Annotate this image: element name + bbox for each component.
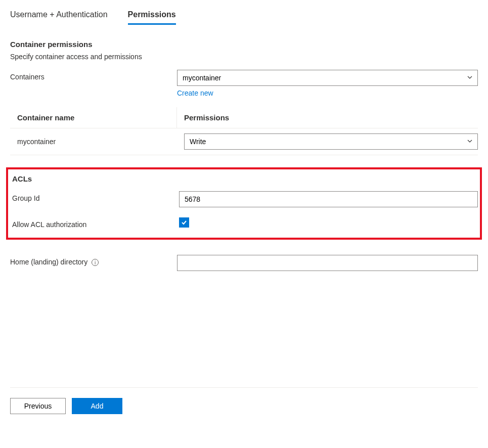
table-cell-name: mycontainer xyxy=(10,138,177,146)
previous-button[interactable]: Previous xyxy=(10,398,66,414)
container-permissions-title: Container permissions xyxy=(10,40,478,49)
containers-select[interactable] xyxy=(177,70,478,86)
allow-acl-row: Allow ACL authorization xyxy=(10,217,478,229)
containers-row: Containers Create new xyxy=(10,70,478,97)
group-id-label: Group Id xyxy=(12,191,179,202)
allow-acl-checkbox[interactable] xyxy=(179,217,189,228)
table-header-permissions: Permissions xyxy=(177,107,478,128)
create-new-link[interactable]: Create new xyxy=(177,89,213,97)
home-directory-label: Home (landing) directory i xyxy=(10,255,177,266)
permission-select[interactable] xyxy=(184,133,478,150)
permission-select-input[interactable] xyxy=(184,133,478,150)
container-permissions-section: Container permissions Specify container … xyxy=(10,40,478,97)
table-header: Container name Permissions xyxy=(10,107,478,128)
home-directory-input[interactable] xyxy=(177,255,478,271)
home-directory-label-text: Home (landing) directory xyxy=(10,258,87,266)
tab-permissions[interactable]: Permissions xyxy=(128,10,176,25)
tabs-container: Username + Authentication Permissions xyxy=(10,10,478,25)
check-icon xyxy=(181,219,188,226)
group-id-input[interactable] xyxy=(179,191,478,207)
container-permissions-subtitle: Specify container access and permissions xyxy=(10,53,478,61)
allow-acl-label: Allow ACL authorization xyxy=(12,217,179,229)
acls-section-highlight: ACLs Group Id Allow ACL authorization xyxy=(6,167,482,240)
footer-divider xyxy=(10,387,478,388)
info-icon[interactable]: i xyxy=(92,259,99,266)
acls-title: ACLs xyxy=(12,174,478,183)
footer-buttons: Previous Add xyxy=(10,398,478,414)
permissions-table: Container name Permissions mycontainer xyxy=(10,107,478,155)
group-id-row: Group Id xyxy=(10,191,478,207)
home-directory-row: Home (landing) directory i xyxy=(10,255,478,271)
add-button[interactable]: Add xyxy=(72,398,122,414)
containers-label: Containers xyxy=(10,70,177,81)
table-row: mycontainer xyxy=(10,128,478,155)
tab-username-auth[interactable]: Username + Authentication xyxy=(10,10,108,25)
table-header-name: Container name xyxy=(10,107,177,128)
containers-select-input[interactable] xyxy=(177,70,478,86)
